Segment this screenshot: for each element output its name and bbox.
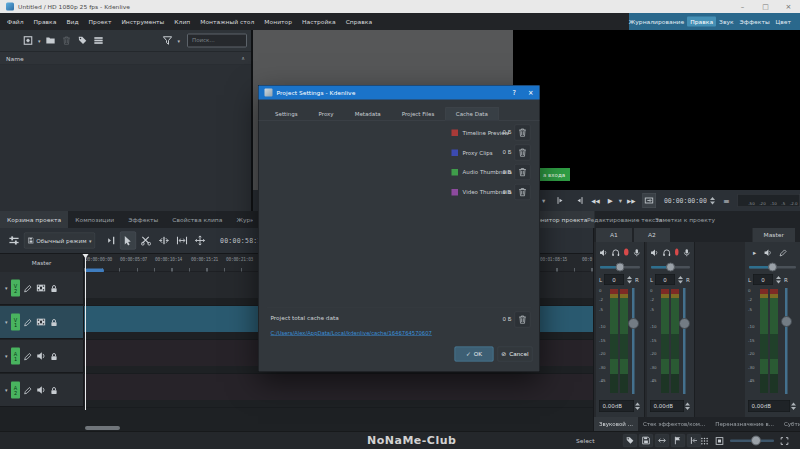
save-icon[interactable] (639, 434, 653, 447)
create-folder-icon[interactable] (45, 35, 57, 47)
tab-audio-mixer[interactable]: Звуковой ... (594, 417, 638, 431)
rewind-icon[interactable]: ◀◀ (591, 197, 599, 204)
tab-project-bin[interactable]: Корзина проекта (0, 211, 68, 228)
collapse-chevron-icon[interactable]: ▾ (5, 319, 8, 325)
menu-help[interactable]: Справка (341, 18, 377, 25)
track-header-a2[interactable]: ▾ A2 (0, 374, 84, 407)
channel-tab-a1[interactable]: A1 (596, 228, 632, 242)
workspace-logging[interactable]: Журналирование (626, 17, 687, 27)
volume-fader-knob[interactable] (781, 316, 792, 327)
track-lane[interactable] (84, 374, 593, 400)
volume-spinner[interactable] (635, 402, 640, 410)
multicam-tool-icon[interactable] (192, 232, 208, 250)
add-clip-icon[interactable] (22, 35, 34, 47)
balance-slider[interactable] (651, 262, 690, 272)
balance-value[interactable]: 0 (655, 274, 675, 285)
record-icon[interactable] (624, 249, 629, 256)
record-icon[interactable] (675, 249, 679, 256)
view-mode-icon[interactable] (93, 35, 105, 47)
zone-out-icon[interactable] (574, 196, 583, 205)
lock-icon[interactable] (50, 317, 59, 327)
tab-clip-properties[interactable]: Свойства клипа (165, 211, 229, 228)
delete-cache-button[interactable] (515, 164, 531, 180)
tab-proxy[interactable]: Proxy (308, 108, 344, 121)
menu-settings[interactable]: Настройка (297, 18, 341, 25)
maximize-button[interactable]: □ (754, 0, 777, 13)
lock-icon[interactable] (50, 351, 59, 361)
flag-icon[interactable] (671, 434, 685, 447)
volume-fader-knob[interactable] (679, 318, 690, 329)
track-header-v2[interactable]: ▾ V2 (0, 272, 84, 305)
balance-spinner[interactable] (678, 276, 683, 284)
minimize-button[interactable]: – (731, 0, 754, 13)
effects-icon[interactable] (779, 247, 788, 257)
volume-value[interactable]: 0,00dB (599, 400, 634, 412)
record-source-icon[interactable] (633, 247, 642, 257)
forward-icon[interactable]: ▶▶ (627, 197, 635, 204)
edit-icon[interactable] (24, 283, 33, 293)
balance-slider[interactable] (749, 262, 796, 272)
tab-compositions[interactable]: Композиции (68, 211, 121, 228)
menu-view[interactable]: Вид (61, 18, 83, 25)
volume-fader[interactable] (785, 288, 788, 394)
volume-spinner[interactable] (791, 402, 796, 410)
sort-chevron-icon[interactable]: ∧ (241, 56, 245, 62)
dialog-close-button[interactable]: × (528, 89, 533, 97)
play-chevron-icon[interactable]: ▾ (619, 197, 622, 205)
delete-all-cache-button[interactable] (515, 312, 531, 328)
collapse-chevron-icon[interactable]: ▾ (5, 353, 8, 359)
collapse-chevron-icon[interactable]: ▾ (5, 387, 8, 393)
menu-timeline[interactable]: Монтажный стол (195, 18, 259, 25)
mute-icon[interactable] (763, 247, 772, 257)
mute-icon[interactable] (650, 247, 659, 257)
menu-monitor[interactable]: Монитор (259, 18, 297, 25)
add-clip-chevron-icon[interactable]: ▾ (38, 38, 41, 44)
zoom-fit-icon[interactable] (780, 436, 789, 446)
edit-icon[interactable] (24, 385, 33, 395)
filter-chevron-icon[interactable]: ▾ (177, 38, 180, 44)
monitor-timecode[interactable]: 00:00:00:00 (664, 197, 707, 205)
delete-cache-button[interactable] (515, 145, 531, 161)
mark-in-icon[interactable] (687, 434, 701, 447)
edit-icon[interactable] (24, 351, 33, 361)
tags-icon[interactable] (77, 35, 89, 47)
tab-time-remap[interactable]: Переназначение в... (710, 417, 779, 431)
balance-value[interactable]: 0 (753, 274, 773, 285)
search-input[interactable]: Поиск... (187, 34, 247, 48)
tab-settings[interactable]: Settings (265, 108, 309, 121)
timecode-spinner[interactable] (710, 197, 715, 205)
razor-tool-icon[interactable] (138, 232, 154, 250)
loop-zone-icon[interactable] (642, 193, 655, 208)
tab-metadata[interactable]: Metadata (344, 108, 391, 121)
balance-slider[interactable] (600, 262, 640, 272)
master-track-button[interactable]: Master (0, 254, 84, 272)
tab-cache-data[interactable]: Cache Data (445, 107, 499, 121)
workspace-color[interactable]: Цвет (773, 17, 794, 27)
menu-tools[interactable]: Инструменты (116, 18, 169, 25)
playhead[interactable] (85, 254, 86, 410)
balance-value[interactable]: 0 (604, 274, 624, 285)
zone-in-icon[interactable] (556, 196, 565, 205)
play-icon[interactable]: ▶ (608, 197, 613, 205)
balance-spinner[interactable] (627, 276, 632, 284)
filter-icon[interactable] (161, 35, 173, 47)
tab-effect-stack[interactable]: Стек эффектов/ком... (638, 417, 710, 431)
mute-icon[interactable] (36, 351, 46, 361)
menu-file[interactable]: Файл (2, 18, 29, 25)
monitor-menu-icon[interactable]: ≡ (723, 196, 730, 206)
tab-project-notes[interactable]: Заметки к проекту (648, 211, 722, 228)
menu-edit[interactable]: Правка (29, 18, 62, 25)
mix-clips-icon[interactable] (102, 232, 118, 250)
track-header-a1[interactable]: ▾ A1 (0, 340, 84, 373)
tab-subtitles[interactable]: Субтитры (779, 417, 800, 431)
volume-spinner[interactable] (685, 402, 690, 410)
slip-tool-icon[interactable] (174, 232, 190, 250)
balance-spinner[interactable] (776, 276, 781, 284)
menu-clip[interactable]: Клип (169, 18, 195, 25)
fit-zoom-icon[interactable] (655, 434, 669, 447)
track-options-icon[interactable] (6, 232, 22, 250)
timeline-mode-dropdown[interactable]: Обычный режим ▾ (24, 233, 95, 249)
mute-icon[interactable] (599, 247, 608, 257)
hide-video-icon[interactable] (36, 283, 46, 293)
monitor-options-chevron-icon[interactable]: ▾ (542, 197, 545, 205)
